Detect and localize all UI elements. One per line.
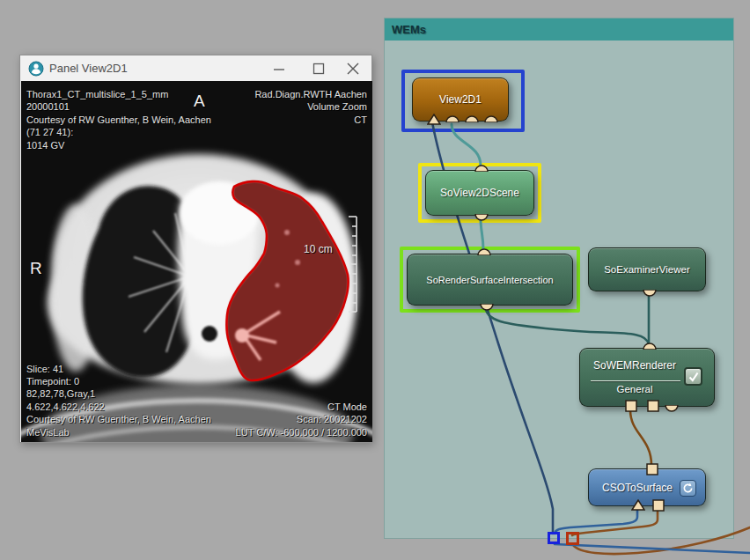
maximize-icon	[312, 63, 325, 75]
overlay-line: Volume Zoom	[254, 100, 367, 113]
orientation-right-label: R	[30, 259, 42, 278]
node-sowemrenderer-label: SoWEMRenderer	[580, 359, 689, 372]
close-button[interactable]	[340, 55, 366, 81]
minimize-button[interactable]	[266, 55, 292, 81]
wem-group-title: WEMs	[392, 23, 426, 36]
view2d1-scene-input-connector-2[interactable]	[465, 114, 479, 122]
soexaminerviewer-input-connector[interactable]	[643, 290, 657, 298]
orientation-anterior-label: A	[194, 92, 205, 111]
overlay-line: Thorax1_CT_multislice_1_5_mm	[26, 88, 211, 100]
view2d1-image-input-connector[interactable]	[427, 114, 441, 125]
overlay-line: Timepoint: 0	[26, 375, 211, 387]
close-icon	[347, 63, 359, 75]
overlay-line: Scan: 20021202	[236, 413, 367, 425]
csotosurface-cso-input-connector[interactable]	[652, 499, 665, 512]
ct-viewer-viewport[interactable]: Thorax1_CT_multislice_1_5_mm 20000101 Co…	[21, 81, 372, 442]
overlay-line: Courtesy of RW Guenther, B Wein, Aachen	[26, 413, 211, 425]
bridge-connector-cso[interactable]	[566, 532, 579, 545]
soview2dscene-input-connector[interactable]	[474, 214, 489, 222]
sowemrenderer-output-connector[interactable]	[643, 342, 657, 350]
overlay-line: LUT C/W: -600.000 / 1200.000	[236, 426, 367, 438]
overlay-line: Courtesy of RW Guenther, B Wein, Aachen	[26, 114, 211, 126]
csotosurface-output-connector[interactable]	[646, 463, 658, 475]
overlay-line: (71 27 41):	[26, 126, 211, 138]
node-sowemrenderer-separator	[591, 380, 680, 381]
overlay-line: 20000101	[26, 100, 211, 113]
refresh-icon	[682, 483, 694, 494]
sowemrenderer-wem-input-connector[interactable]	[625, 400, 637, 412]
wem-group-header[interactable]: WEMs	[385, 18, 733, 41]
overlay-top-left: Thorax1_CT_multislice_1_5_mm 20000101 Co…	[26, 88, 211, 151]
overlay-line: 1014 GV	[26, 139, 211, 151]
csotosurface-image-input-connector[interactable]	[631, 499, 645, 511]
node-sorendersurfaceintersection-label: SoRenderSurfaceIntersection	[426, 275, 553, 285]
window-title: Panel View2D1	[49, 55, 128, 81]
view2d1-scene-input-connector-3[interactable]	[484, 114, 498, 122]
wire-image-bridge-exit	[555, 544, 750, 553]
soview2dscene-output-connector[interactable]	[474, 164, 489, 172]
sowemrenderer-base-input-connector[interactable]	[647, 400, 659, 412]
sorsi-input-connector[interactable]	[480, 304, 494, 312]
node-soexaminerviewer-label: SoExaminerViewer	[604, 264, 690, 275]
node-csotosurface[interactable]: CSOToSurface	[588, 468, 706, 506]
node-sorendersurfaceintersection[interactable]: SoRenderSurfaceIntersection	[407, 254, 573, 306]
overlay-line: 82,82,78,Gray,1	[26, 387, 211, 400]
node-soexaminerviewer[interactable]: SoExaminerViewer	[588, 247, 706, 291]
overlay-line: CT Mode	[236, 401, 367, 413]
overlay-top-right: Rad.Diagn.RWTH Aachen Volume Zoom CT	[254, 88, 367, 126]
window-titlebar[interactable]: Panel View2D1	[20, 55, 371, 81]
overlay-line: MeVisLab	[26, 426, 211, 438]
overlay-bottom-right: CT Mode Scan: 20021202 LUT C/W: -600.000…	[236, 401, 367, 438]
overlay-line: 4.622,4.622,4.622	[26, 401, 211, 413]
overlay-bottom-left: Slice: 41 Timepoint: 0 82,82,78,Gray,1 4…	[26, 363, 211, 438]
overlay-line: Rad.Diagn.RWTH Aachen	[254, 88, 367, 100]
view2d1-scene-input-connector-1[interactable]	[445, 114, 460, 122]
node-sowemrenderer[interactable]: SoWEMRenderer General	[579, 348, 715, 407]
sorsi-output-connector[interactable]	[477, 247, 491, 255]
node-sowemrenderer-sublabel: General	[580, 384, 689, 394]
desktop-background: WEMs View2D1 SoView	[0, 0, 750, 560]
bridge-connector-image[interactable]	[548, 532, 560, 544]
overlay-line: Slice: 41	[26, 363, 211, 375]
node-soview2dscene-label: SoView2DScene	[440, 187, 519, 199]
csotosurface-refresh-button[interactable]	[680, 480, 696, 497]
panel-view2d1-window: Panel View2D1	[19, 55, 372, 443]
minimize-icon	[273, 63, 285, 75]
sowemrenderer-scene-input-connector[interactable]	[665, 405, 679, 413]
node-view2d1[interactable]: View2D1	[412, 77, 509, 122]
mevislab-icon	[28, 61, 44, 77]
check-icon	[688, 371, 700, 383]
node-view2d1-label: View2D1	[439, 93, 482, 106]
overlay-line: CT	[254, 114, 367, 126]
node-soview2dscene[interactable]: SoView2DScene	[425, 170, 534, 216]
maximize-button[interactable]	[305, 55, 332, 81]
sowemrenderer-enable-checkbox[interactable]	[684, 367, 702, 386]
ruler-label: 10 cm	[304, 243, 333, 255]
